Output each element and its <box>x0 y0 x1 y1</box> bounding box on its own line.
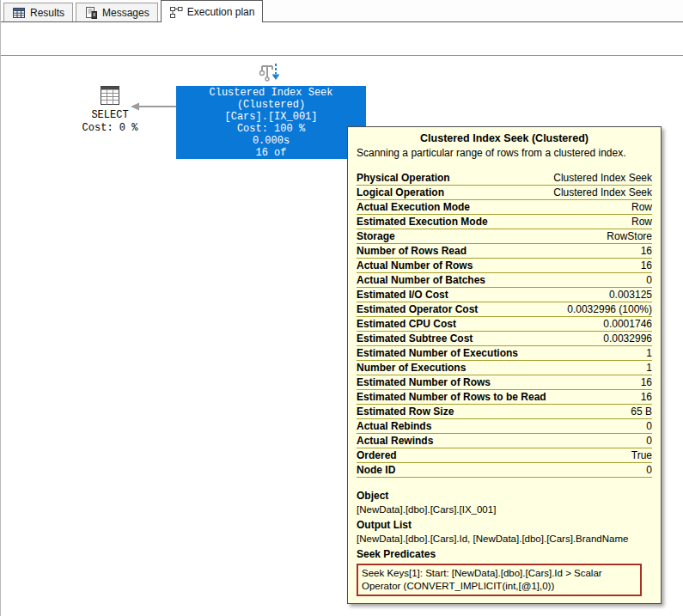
tab-results[interactable]: Results <box>3 3 73 21</box>
property-value: Clustered Index Seek <box>553 186 652 198</box>
tooltip-description: Scanning a particular range of rows from… <box>357 147 652 159</box>
select-node-cost: Cost: 0 % <box>80 122 140 135</box>
property-row: Actual Number of Batches0 <box>357 273 652 288</box>
property-value: 16 <box>641 245 652 257</box>
results-grid-icon <box>12 6 26 20</box>
property-label: Node ID <box>357 464 395 476</box>
property-value: 0.0001746 <box>603 318 652 330</box>
property-row: Estimated Subtree Cost0.0032996 <box>357 332 652 346</box>
property-row: Number of Executions1 <box>357 361 652 375</box>
tab-messages[interactable]: Messages <box>76 3 158 21</box>
property-label: Number of Executions <box>357 362 466 374</box>
property-row: Actual Number of Rows16 <box>357 259 652 273</box>
execution-plan-icon <box>169 5 183 19</box>
property-value: Row <box>631 216 652 228</box>
property-row: Number of Rows Read16 <box>357 244 652 259</box>
property-label: Logical Operation <box>357 186 444 198</box>
property-row: Estimated Execution ModeRow <box>357 215 652 229</box>
seek-predicates-section: Seek Predicates Seek Keys[1]: Start: [Ne… <box>357 547 652 596</box>
query-header: Query 1: Query cost (relative to the bat… <box>1 22 683 56</box>
property-row: Estimated Row Size65 B <box>357 405 652 419</box>
property-value: RowStore <box>607 230 652 242</box>
tooltip-title: Clustered Index Seek (Clustered) <box>357 132 652 144</box>
property-label: Estimated CPU Cost <box>357 318 456 330</box>
tab-messages-label: Messages <box>102 7 149 19</box>
property-row: Actual Rebinds0 <box>357 419 652 434</box>
results-pane-tabbar: Results Messages Execution plan <box>1 0 683 22</box>
property-label: Estimated Number of Rows <box>357 376 491 388</box>
seek-predicates-section-label: Seek Predicates <box>357 547 652 562</box>
plan-canvas: SELECT Cost: 0 % Clustered Index Seek (C… <box>1 56 683 616</box>
seek-node-line: 16 (100%) <box>176 159 366 171</box>
property-label: Physical Operation <box>357 172 450 184</box>
property-row: Node ID0 <box>357 463 652 478</box>
property-label: Actual Number of Rows <box>357 259 473 271</box>
property-row: Actual Execution ModeRow <box>357 200 652 215</box>
plan-connector-arrow <box>128 99 180 114</box>
property-label: Actual Rebinds <box>357 420 431 432</box>
select-result-grid-icon <box>98 83 122 107</box>
messages-icon <box>84 6 98 20</box>
clustered-index-seek-icon <box>255 58 283 86</box>
property-label: Estimated Row Size <box>357 406 454 418</box>
property-row: Actual Rewinds0 <box>357 434 652 448</box>
property-label: Number of Rows Read <box>357 245 467 257</box>
property-label: Estimated Operator Cost <box>357 303 478 315</box>
property-value: 0 <box>646 274 652 286</box>
property-value: Row <box>631 201 652 213</box>
output-list-section-label: Output List <box>357 518 652 533</box>
object-section-value: [NewData].[dbo].[Cars].[IX_001] <box>357 503 652 516</box>
property-row: Estimated Number of Rows16 <box>357 375 652 390</box>
property-value: Clustered Index Seek <box>553 172 652 184</box>
property-label: Ordered <box>357 449 397 461</box>
property-value: 0.0032996 <box>603 332 652 345</box>
seek-node-line: 16 of <box>176 147 366 159</box>
property-label: Actual Rewinds <box>357 435 433 447</box>
property-value: 1 <box>646 362 652 374</box>
property-value: 0 <box>646 435 652 447</box>
property-row: OrderedTrue <box>357 448 652 463</box>
property-label: Estimated Number of Executions <box>357 347 518 359</box>
seek-predicates-highlight-box: Seek Keys[1]: Start: [NewData].[dbo].[Ca… <box>357 564 642 596</box>
property-label: Estimated I/O Cost <box>357 289 448 301</box>
property-label: Actual Number of Batches <box>357 274 485 286</box>
output-list-section-value: [NewData].[dbo].[Cars].Id, [NewData].[db… <box>357 533 652 546</box>
operator-tooltip: Clustered Index Seek (Clustered) Scannin… <box>347 126 662 604</box>
property-label: Estimated Execution Mode <box>357 216 488 228</box>
property-label: Estimated Subtree Cost <box>357 332 473 345</box>
tab-results-label: Results <box>30 7 64 19</box>
property-row: Logical OperationClustered Index Seek <box>357 186 652 200</box>
property-value: 65 B <box>631 406 652 418</box>
property-value: 16 <box>641 391 652 403</box>
seek-node-line: [Cars].[IX_001] <box>176 111 366 123</box>
property-row: Estimated Number of Rows to be Read16 <box>357 390 652 405</box>
property-value: True <box>631 449 652 461</box>
property-value: 0.0032996 (100%) <box>567 303 652 315</box>
property-row: Estimated Number of Executions1 <box>357 346 652 361</box>
object-section: Object [NewData].[dbo].[Cars].[IX_001] <box>357 489 652 516</box>
execution-plan-window: Results Messages Execution plan Query 1:… <box>0 0 683 616</box>
tooltip-properties-table: Physical OperationClustered Index SeekLo… <box>357 171 652 478</box>
property-value: 1 <box>646 347 652 359</box>
property-row: Estimated I/O Cost0.003125 <box>357 288 652 302</box>
seek-node-line: 0.000s <box>176 135 366 147</box>
property-value: 0 <box>646 464 652 476</box>
seek-node-line: Clustered Index Seek (Clustered) <box>176 87 366 111</box>
output-list-section: Output List [NewData].[dbo].[Cars].Id, [… <box>357 518 652 546</box>
seek-node-line: Cost: 100 % <box>176 123 366 135</box>
property-label: Estimated Number of Rows to be Read <box>357 391 546 403</box>
object-section-label: Object <box>357 489 652 503</box>
property-label: Storage <box>357 230 395 242</box>
tab-execution-plan[interactable]: Execution plan <box>161 0 264 22</box>
property-value: 0 <box>646 420 652 432</box>
property-label: Actual Execution Mode <box>357 201 470 213</box>
property-value: 16 <box>641 376 652 388</box>
property-row: Physical OperationClustered Index Seek <box>357 171 652 186</box>
tab-execution-plan-label: Execution plan <box>187 6 255 18</box>
property-row: Estimated Operator Cost0.0032996 (100%) <box>357 302 652 317</box>
property-value: 16 <box>641 259 652 271</box>
property-row: StorageRowStore <box>357 229 652 244</box>
property-value: 0.003125 <box>609 289 652 301</box>
clustered-index-seek-node[interactable]: Clustered Index Seek (Clustered) [Cars].… <box>176 86 366 159</box>
property-row: Estimated CPU Cost0.0001746 <box>357 317 652 332</box>
